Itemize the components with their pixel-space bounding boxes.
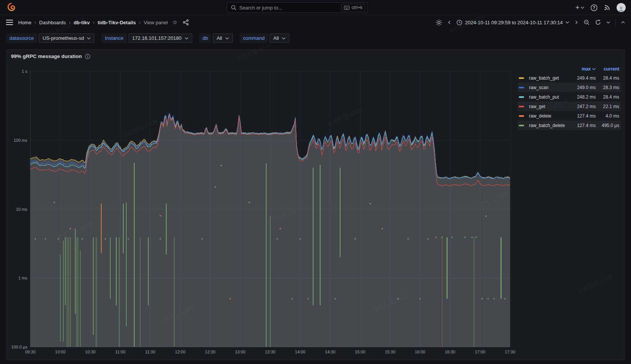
breadcrumb-dashboards[interactable]: Dashboards — [39, 20, 66, 25]
series-name[interactable]: raw_delete — [527, 113, 570, 119]
legend-row-raw_get[interactable]: raw_get247.2 ms22.1 ms — [518, 102, 621, 111]
legend-row-raw_batch_put[interactable]: raw_batch_put248.2 ms28.4 ms — [518, 92, 621, 102]
series-max-value: 248.2 ms — [570, 94, 596, 100]
time-shift-back-icon[interactable] — [448, 20, 450, 24]
green-event-dot — [82, 238, 83, 240]
orange-event-dot — [435, 237, 437, 238]
series-name[interactable]: raw_batch_put — [527, 94, 570, 100]
x-axis-tick-label: 14:00 — [295, 350, 306, 354]
top-nav-bar: Search or jump to... ctrl+k + ? — [0, 0, 631, 15]
green-event-dot — [419, 298, 421, 300]
series-name[interactable]: raw_batch_get — [527, 75, 570, 81]
legend-row-raw_batch_delete[interactable]: raw_batch_delete127.4 ms495.0 µs — [518, 121, 621, 130]
dashboard-variables-bar: datasource US-prometheus-sd Instance 172… — [0, 30, 631, 46]
time-range-picker[interactable]: 2024-10-11 09:29:59 to 2024-10-11 17:30:… — [457, 20, 569, 25]
breadcrumb-dashboard[interactable]: tidb-Tikv-Details — [97, 20, 136, 25]
user-avatar[interactable] — [617, 3, 626, 12]
green-event-dot — [369, 203, 371, 204]
time-shift-forward-icon[interactable] — [575, 20, 578, 24]
menu-hamburger-icon[interactable] — [6, 20, 13, 25]
share-icon[interactable] — [183, 19, 189, 25]
refresh-interval-dropdown-icon[interactable] — [606, 21, 610, 24]
series-current-value: 495.0 µs — [596, 123, 619, 128]
green-event-dot — [221, 165, 222, 166]
x-axis-tick-label: 12:00 — [175, 350, 186, 354]
clock-icon — [457, 20, 462, 25]
legend-sort-current[interactable]: current — [596, 66, 619, 72]
breadcrumb-folder[interactable]: db-tikv — [74, 20, 90, 25]
orange-event-dot — [308, 298, 309, 300]
x-axis-tick-label: 17:00 — [475, 350, 485, 354]
zoom-out-icon[interactable] — [584, 19, 590, 25]
series-name[interactable]: raw_scan — [527, 85, 570, 90]
series-current-value: 28.3 ms — [596, 85, 619, 90]
db-select[interactable]: All — [213, 33, 232, 43]
green-event-dot — [481, 298, 483, 300]
green-event-dot — [355, 238, 356, 240]
series-max-value: 249.0 ms — [570, 85, 596, 90]
y-axis-tick-label: 1 ms — [18, 276, 27, 280]
green-event-dot — [53, 202, 55, 203]
legend-row-raw_delete[interactable]: raw_delete127.4 ms4.0 ms — [518, 111, 621, 121]
green-event-dot — [397, 298, 399, 300]
variable-db: db All — [199, 33, 233, 43]
variable-label: db — [199, 33, 211, 43]
green-event-dot — [471, 237, 473, 238]
refresh-icon[interactable] — [595, 19, 601, 25]
user-silhouette-icon — [618, 6, 625, 12]
series-name[interactable]: raw_batch_delete — [527, 123, 570, 128]
panel-settings-gear-icon[interactable] — [436, 19, 442, 26]
green-event-dot — [292, 298, 293, 300]
datasource-select[interactable]: US-prometheus-sd — [39, 33, 94, 43]
time-range-text: 2024-10-11 09:29:59 to 2024-10-11 17:30:… — [465, 20, 563, 25]
series-name[interactable]: raw_get — [527, 104, 570, 109]
legend-row-raw_scan[interactable]: raw_scan249.0 ms28.3 ms — [518, 83, 621, 92]
chevron-down-icon — [87, 37, 91, 39]
orange-event-dot — [279, 228, 281, 229]
orange-event-dot — [229, 298, 231, 300]
green-event-dot — [465, 237, 466, 238]
instance-select[interactable]: 172.16.101.157:20180 — [129, 33, 192, 43]
series-color-swatch — [519, 115, 524, 117]
variable-label: command — [240, 33, 268, 43]
divider — [615, 19, 616, 26]
series-max-value: 249.4 ms — [570, 75, 596, 81]
series-color-swatch — [519, 106, 524, 107]
green-event-dot — [160, 238, 161, 240]
x-axis-tick-label: 10:00 — [55, 350, 66, 354]
series-color-swatch — [519, 96, 524, 98]
series-color-swatch — [519, 125, 524, 126]
collapse-chevron-up-icon[interactable] — [621, 21, 625, 24]
series-color-swatch — [519, 87, 524, 88]
orange-event-dot — [160, 215, 161, 217]
series-max-value: 127.4 ms — [570, 123, 596, 128]
legend-row-raw_batch_get[interactable]: raw_batch_get249.4 ms28.4 ms — [518, 73, 621, 83]
orange-event-dot — [70, 228, 71, 229]
grpc-duration-panel: 99% gRPC message duration 09:3010:0010:3… — [6, 49, 625, 360]
variable-label: Instance — [101, 33, 127, 43]
green-event-dot — [215, 186, 216, 188]
green-event-dot — [300, 238, 301, 240]
search-input[interactable]: Search or jump to... ctrl+k — [227, 2, 368, 13]
chevron-down-icon — [565, 21, 569, 24]
chevron-down-icon — [581, 6, 584, 9]
command-select[interactable]: All — [270, 33, 289, 43]
series-color-swatch — [519, 77, 524, 79]
green-event-dot — [127, 238, 129, 240]
breadcrumb-home[interactable]: Home — [18, 20, 31, 25]
green-event-dot — [35, 238, 36, 240]
sort-chevron-down-icon — [592, 68, 596, 70]
x-axis-tick-label: 14:30 — [325, 350, 336, 354]
grafana-logo[interactable] — [6, 2, 16, 13]
news-rss-icon[interactable] — [604, 4, 611, 11]
y-axis-tick-label: 100 ms — [14, 138, 28, 143]
series-max-value: 127.4 ms — [570, 113, 596, 119]
green-event-dot — [504, 298, 506, 300]
help-icon[interactable]: ? — [590, 4, 598, 11]
green-event-dot — [45, 238, 46, 240]
legend-sort-max[interactable]: max — [570, 66, 596, 72]
add-new-button[interactable]: + — [575, 4, 584, 11]
favorite-star-icon[interactable]: ☆ — [172, 19, 177, 26]
x-axis-tick-label: 13:30 — [265, 350, 276, 354]
series-current-value: 22.1 ms — [596, 104, 619, 109]
